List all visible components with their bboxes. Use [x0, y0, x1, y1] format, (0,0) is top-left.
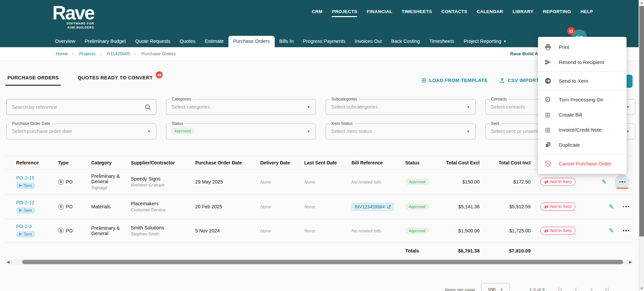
scrollbar-thumb[interactable]: [22, 260, 623, 264]
tab-purchase-orders[interactable]: PURCHASE ORDERS: [5, 75, 61, 86]
xero-status-chip[interactable]: Not In Xero: [540, 203, 576, 211]
edit-pencil-icon[interactable]: [601, 179, 607, 185]
sent-label: Sent: [489, 121, 501, 126]
search-icon[interactable]: [144, 103, 152, 111]
col-total-incl: Total Cost Incl: [480, 160, 531, 165]
add-box-icon: [421, 77, 426, 83]
browser-vertical-scrollbar[interactable]: ▲ ▼: [639, 0, 644, 291]
chevron-down-icon[interactable]: [467, 105, 470, 109]
subnav-progress-payments[interactable]: Progress Payments: [298, 36, 350, 47]
row-context-menu: Print Resend to Recipient Send to Xero T…: [538, 37, 627, 174]
gear-icon: [544, 95, 552, 104]
sent-chip: Sent: [16, 231, 35, 237]
purchase-order-date-filter[interactable]: Purchase Order Date Select purchase orde…: [6, 124, 156, 139]
page-size-select[interactable]: 100: [481, 283, 510, 291]
tab-quotes-ready-to-convert[interactable]: QUOTES READY TO CONVERT 48: [75, 75, 155, 86]
scroll-down-icon[interactable]: ▼: [639, 287, 644, 290]
printer-icon: [544, 44, 552, 51]
menu-item-cancel-purchase-order[interactable]: Cancel Purchase Order: [538, 156, 627, 171]
first-page-icon[interactable]: [557, 286, 564, 291]
menu-item-send-to-xero[interactable]: Send to Xero: [538, 73, 627, 88]
row-menu-button-open[interactable]: [615, 174, 630, 190]
menu-item-print[interactable]: Print: [538, 40, 627, 55]
breadcrumb-home[interactable]: Home: [56, 51, 68, 56]
subnav-back-costing[interactable]: Back Costing: [386, 36, 424, 47]
scroll-right-icon[interactable]: ▶: [629, 260, 632, 264]
menu-item-duplicate[interactable]: Duplicate: [538, 137, 627, 152]
chevron-down-icon: [503, 40, 506, 43]
chevron-down-icon[interactable]: [147, 130, 151, 133]
chevron-down-icon[interactable]: [626, 105, 630, 109]
swap-arrows-icon: [544, 204, 548, 209]
scroll-left-icon[interactable]: ◀: [7, 260, 9, 264]
subnav-overview[interactable]: Overview: [50, 36, 80, 47]
status-badge: Approved: [405, 178, 429, 185]
col-status: Status: [405, 160, 444, 165]
categories-filter[interactable]: Categories Select categories: [166, 99, 316, 115]
bill-reference-link[interactable]: INV123459984: [352, 203, 394, 211]
edit-pencil-icon[interactable]: [609, 204, 614, 210]
col-bill-reference: Bill Reference: [352, 160, 405, 165]
status-approved-chip[interactable]: Approved: [171, 128, 195, 134]
row-menu-button[interactable]: [622, 204, 630, 210]
po-reference-link[interactable]: PO-2-12: [16, 200, 34, 205]
nav-item-library[interactable]: LIBRARY: [513, 9, 533, 17]
status-filter[interactable]: Status Approved: [166, 124, 316, 139]
xero-status-chip[interactable]: Not In Xero: [540, 178, 576, 186]
nav-item-calendar[interactable]: CALENDAR: [477, 9, 503, 17]
menu-item-invoice-credit-note[interactable]: Invoice/Credit Note: [538, 122, 627, 137]
nav-item-financial[interactable]: FINANCIAL: [367, 9, 392, 17]
nav-item-help[interactable]: HELP: [580, 9, 593, 17]
nav-item-contacts[interactable]: CONTACTS: [441, 9, 467, 17]
csv-import-button[interactable]: CSV IMPORT: [499, 77, 539, 83]
scrollbar-thumb[interactable]: [639, 6, 644, 236]
scroll-up-icon[interactable]: ▲: [639, 1, 644, 4]
next-page-icon[interactable]: [588, 286, 595, 291]
subnav-estimate[interactable]: Estimate: [200, 36, 228, 47]
copy-icon: [544, 142, 552, 148]
status-badge: Approved: [405, 227, 429, 234]
row-menu-button[interactable]: [622, 228, 630, 233]
menu-item-turn-processing-on[interactable]: Turn Processing On: [538, 92, 627, 107]
menu-item-resend-to-recipient[interactable]: Resend to Recipient: [538, 55, 627, 70]
nav-item-projects[interactable]: PROJECTS: [332, 9, 357, 17]
breadcrumb-project-id[interactable]: R11425005: [107, 51, 130, 56]
po-reference-link[interactable]: PO-2-15: [16, 175, 34, 180]
last-page-icon[interactable]: [603, 286, 610, 291]
subnav-project-reporting[interactable]: Project Reporting: [459, 36, 511, 47]
prev-page-icon[interactable]: [572, 286, 580, 291]
subnav-bills-in[interactable]: Bills In: [275, 36, 299, 47]
subcategories-filter[interactable]: Subcategories Select subcategories: [326, 99, 476, 115]
breadcrumb-current: Purchase Orders: [142, 51, 176, 56]
notification-badge[interactable]: 11: [567, 27, 575, 35]
table-horizontal-scrollbar[interactable]: ◀ ▶: [5, 259, 633, 265]
po-reference-link[interactable]: PO-2-3: [16, 224, 32, 229]
subnav-timesheets[interactable]: Timesheets: [425, 36, 459, 47]
subnav-purchase-orders[interactable]: Purchase Orders: [228, 36, 275, 47]
xero-status-filter[interactable]: Xero Status Select Xero status: [326, 124, 476, 139]
rave-logo[interactable]: Rave SOFTWARE FOR KIWI BUILDERS: [52, 3, 94, 29]
chevron-down-icon[interactable]: [626, 130, 630, 133]
xero-status-chip[interactable]: Not In Xero: [540, 227, 576, 235]
chevron-down-icon[interactable]: [467, 130, 470, 133]
chevron-down-icon[interactable]: [307, 105, 310, 109]
menu-item-create-bill[interactable]: Create Bill: [538, 107, 627, 122]
sent-chip: Sent: [16, 207, 35, 214]
load-from-template-button[interactable]: LOAD FROM TEMPLATE: [421, 77, 488, 83]
xero-status-label: Xero Status: [330, 121, 354, 126]
edit-pencil-icon[interactable]: [609, 227, 614, 234]
main-nav: CRM PROJECTS FINANCIAL TIMESHEETS CONTAC…: [312, 9, 593, 17]
nav-item-reporting[interactable]: REPORTING: [543, 9, 571, 17]
subnav-preliminary-budget[interactable]: Preliminary Budget: [80, 36, 130, 47]
plus-square-icon: [544, 111, 552, 119]
menu-divider: [538, 71, 627, 72]
plus-square-icon: [544, 126, 552, 134]
subnav-invoices-out[interactable]: Invoices Out: [350, 36, 387, 47]
subnav-quotes[interactable]: Quotes: [175, 36, 200, 47]
chevron-down-icon[interactable]: [307, 130, 310, 133]
nav-item-crm[interactable]: CRM: [312, 9, 323, 17]
subnav-quote-requests[interactable]: Quote Requests: [130, 36, 175, 47]
search-input[interactable]: [12, 99, 139, 115]
nav-item-timesheets[interactable]: TIMESHEETS: [402, 9, 432, 17]
breadcrumb-projects[interactable]: Projects: [79, 51, 96, 56]
